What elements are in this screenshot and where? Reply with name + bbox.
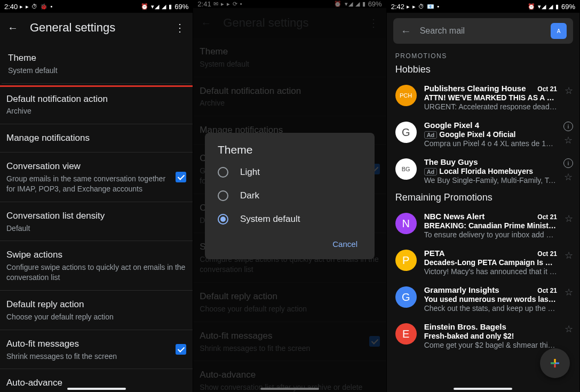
ad-badge: Ad xyxy=(424,168,438,175)
sender-avatar: PCH xyxy=(395,85,417,106)
email-row[interactable]: PPETAOct 21Decades-Long PETA Campaign Is… xyxy=(387,244,579,281)
email-preview: To ensure delivery to your inbox add ema… xyxy=(424,230,557,239)
email-sender: Publishers Clearing House xyxy=(424,84,534,93)
nav-indicator xyxy=(67,388,126,390)
radio-icon xyxy=(218,167,228,178)
dialog-title: Theme xyxy=(205,143,375,161)
setting-title: Manage notifications xyxy=(6,132,186,145)
sender-avatar: N xyxy=(395,213,417,234)
email-sender: The Buy Guys xyxy=(424,157,556,166)
setting-title: Default reply action xyxy=(6,298,186,311)
star-icon[interactable]: ☆ xyxy=(564,171,573,183)
star-icon[interactable]: ☆ xyxy=(565,85,573,97)
email-date: Oct 21 xyxy=(537,85,557,93)
setting-subtitle: Archive xyxy=(6,106,186,116)
star-icon[interactable]: ☆ xyxy=(565,213,573,225)
star-icon[interactable]: ☆ xyxy=(565,286,573,298)
email-preview: Come get your $2 bagel & shmear this Tue… xyxy=(424,341,557,349)
email-date: Oct 21 xyxy=(537,213,557,221)
setting-item[interactable]: Conversation list densityDefault xyxy=(0,202,193,242)
theme-option[interactable]: Dark xyxy=(205,184,375,207)
section-promotions-label: PROMOTIONS xyxy=(387,47,579,62)
star-icon[interactable]: ☆ xyxy=(565,250,573,261)
nav-indicator xyxy=(454,388,512,390)
email-sender: Google Pixel 4 xyxy=(424,121,556,130)
email-subject: ATTN! WE'VE MARKED THIS AS A RED ALERT. xyxy=(424,93,557,102)
setting-subtitle: Configure swipe actions to quickly act o… xyxy=(6,262,186,283)
setting-title: Conversation list density xyxy=(6,210,186,222)
heading-remaining: Remaining Promotions xyxy=(387,190,579,207)
app-bar: ← General settings ⋮ xyxy=(0,13,193,43)
setting-item[interactable]: Default reply actionChoose your default … xyxy=(0,291,193,330)
page-title: General settings xyxy=(30,21,163,35)
setting-subtitle: Group emails in the same conversation to… xyxy=(6,174,169,194)
email-preview: URGENT: Accelerated response deadline in… xyxy=(424,102,557,111)
email-subject: AdLocal Florida Homebuyers xyxy=(424,167,556,175)
settings-list[interactable]: ThemeSystem defaultDefault notification … xyxy=(0,43,193,392)
phone-settings: 2:40 ▸ ▸ ⏱ 🐞 • ⏰ ▾◢ ◢ ▮ 69% ← General se… xyxy=(0,0,193,392)
ad-badge: Ad xyxy=(424,131,438,139)
sender-avatar: BG xyxy=(395,158,417,180)
sender-avatar: G xyxy=(395,286,417,308)
email-row[interactable]: GGoogle Pixel 4AdGoogle Pixel 4 OficialC… xyxy=(387,116,579,153)
star-icon[interactable]: ☆ xyxy=(564,134,573,146)
setting-subtitle: Choose your default reply action xyxy=(6,312,186,322)
status-battery: 69% xyxy=(174,3,188,11)
email-sender: PETA xyxy=(424,249,534,258)
email-sender: Einstein Bros. Bagels xyxy=(424,322,557,331)
setting-title: Swipe actions xyxy=(6,249,186,261)
compose-fab[interactable] xyxy=(540,348,570,378)
status-time: 2:40 xyxy=(4,3,18,11)
setting-item[interactable]: ThemeSystem default xyxy=(2,44,191,84)
overflow-icon[interactable]: ⋮ xyxy=(173,21,186,34)
email-preview: Compra un Pixel 4 o 4 XL antes de 10/27 … xyxy=(424,139,556,148)
setting-item[interactable]: Auto-fit messagesShrink messages to fit … xyxy=(0,330,193,370)
setting-title: Auto-fit messages xyxy=(6,338,169,350)
email-row[interactable]: BGThe Buy GuysAdLocal Florida Homebuyers… xyxy=(387,153,579,190)
email-row[interactable]: GGrammarly InsightsOct 21You used numero… xyxy=(387,281,579,318)
email-subject: Decades-Long PETA Campaign Is Over: Macy… xyxy=(424,258,557,267)
back-icon[interactable]: ← xyxy=(6,21,19,34)
email-sender: NBC News Alert xyxy=(424,212,534,221)
theme-option[interactable]: System default xyxy=(205,207,375,231)
info-icon[interactable]: i xyxy=(563,122,573,131)
sender-avatar: G xyxy=(395,122,417,143)
theme-dialog: Theme LightDarkSystem default Cancel xyxy=(205,133,375,259)
email-sender: Grammarly Insights xyxy=(424,285,534,294)
setting-title: Conversation view xyxy=(6,160,169,173)
setting-item[interactable]: Swipe actionsConfigure swipe actions to … xyxy=(0,241,193,291)
theme-option[interactable]: Light xyxy=(205,161,375,184)
star-icon[interactable]: ☆ xyxy=(565,323,573,335)
status-left-icons: ▸ ▸ ⏱ 🐞 • xyxy=(20,3,53,10)
search-placeholder: Search mail xyxy=(420,26,543,36)
email-preview: We Buy Single-Family, Multi-Family, Town… xyxy=(424,176,556,185)
email-preview: Check out the stats, and keep up the gre… xyxy=(424,304,557,313)
setting-item[interactable]: Conversation viewGroup emails in the sam… xyxy=(0,153,193,202)
phone-theme-dialog: 2:41 ✉ ▸ ▸ ⟳ • ⏰ ▾◢ ◢ ▮ 69% ← General se… xyxy=(193,0,386,392)
account-avatar[interactable]: A xyxy=(551,23,567,39)
info-icon[interactable]: i xyxy=(563,158,573,168)
back-icon[interactable]: ← xyxy=(400,25,412,37)
email-row[interactable]: NNBC News AlertOct 21BREAKING: Canadian … xyxy=(387,207,579,244)
setting-title: Theme xyxy=(8,52,185,65)
setting-title: Default notification action xyxy=(6,93,186,106)
email-subject: AdGoogle Pixel 4 Oficial xyxy=(424,130,556,139)
status-left-icons: ▸ ▸ ⏱ 📧 • xyxy=(407,3,440,10)
checkbox-icon[interactable] xyxy=(176,172,186,182)
status-battery: 69% xyxy=(561,3,575,11)
checkbox-icon[interactable] xyxy=(176,344,186,355)
status-bar: 2:40 ▸ ▸ ⏱ 🐞 • ⏰ ▾◢ ◢ ▮ 69% xyxy=(0,0,193,13)
cancel-button[interactable]: Cancel xyxy=(326,235,364,253)
email-row[interactable]: PCHPublishers Clearing HouseOct 21ATTN! … xyxy=(387,79,579,116)
setting-subtitle: Shrink messages to fit the screen xyxy=(6,351,169,362)
sender-avatar: P xyxy=(395,250,417,271)
radio-icon xyxy=(218,190,228,201)
heading-hobbies: Hobbies xyxy=(387,62,579,79)
setting-item[interactable]: Manage notifications xyxy=(0,124,193,153)
dialog-scrim[interactable]: Theme LightDarkSystem default Cancel xyxy=(193,0,386,392)
setting-item[interactable]: Default notification actionArchive xyxy=(0,85,193,125)
email-subject: You used numerous new words last week! xyxy=(424,295,557,303)
search-bar[interactable]: ← Search mail A xyxy=(393,18,573,44)
status-right-icons: ⏰ ▾◢ ◢ ▮ xyxy=(141,3,172,10)
radio-label: Light xyxy=(240,167,260,178)
